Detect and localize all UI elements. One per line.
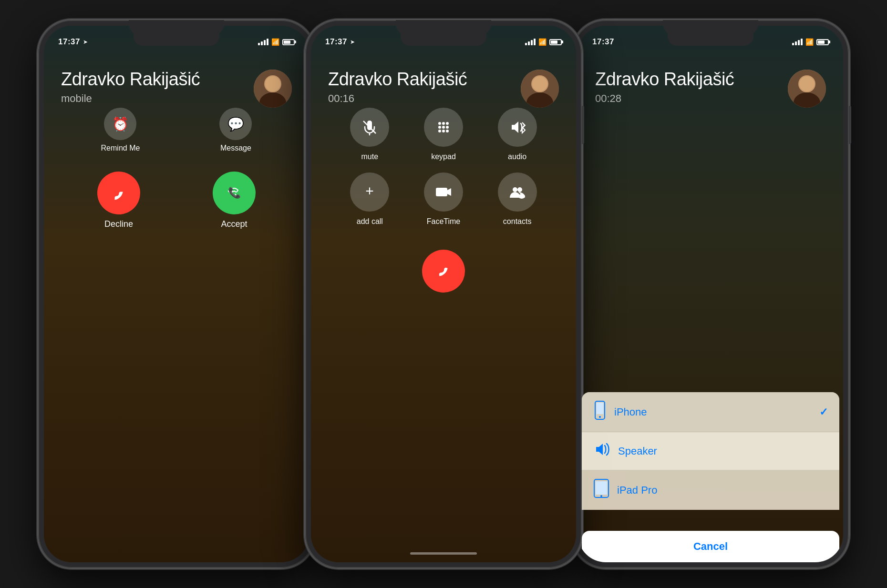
facetime-control[interactable]: FaceTime [413,172,475,226]
phone1-middle: ⏰ Remind Me 💬 Message [61,108,292,229]
battery-icon3 [816,39,829,45]
iphone-audio-option[interactable]: iPhone ✓ [582,392,839,432]
phone1-contact-info: Zdravko Rakijašić mobile [61,70,200,105]
add-call-control[interactable]: + add call [339,172,401,226]
phone1-contact-area: Zdravko Rakijašić mobile [61,70,292,108]
contacts-control[interactable]: contacts [486,172,548,226]
phone1-action-buttons: Decline 📞 Accept [61,172,292,229]
accept-button[interactable]: 📞 Accept [213,172,256,229]
remind-me-button[interactable]: ⏰ Remind Me [101,108,140,152]
phone2-frame: 17:37 ➤ 📶 [305,20,582,568]
iphone-check: ✓ [819,406,828,418]
signal-icon1 [258,39,268,45]
mute-control[interactable]: mute [339,108,401,161]
mute-circle [350,108,389,147]
keypad-label: keypad [431,152,456,161]
phone3-avatar [788,70,826,108]
decline-label: Decline [104,219,133,229]
audio-control[interactable]: audio [486,108,548,161]
svg-rect-32 [596,481,607,495]
location-icon2: ➤ [350,39,355,45]
remind-me-label: Remind Me [101,144,140,152]
phone1-time: 17:37 [58,37,80,47]
phone3-contact-info: Zdravko Rakijašić 00:28 [595,70,734,105]
phone2-contact-area: Zdravko Rakijašić 00:16 [328,70,559,108]
svg-point-22 [517,187,522,192]
decline-circle [97,172,140,214]
phone1-avatar [254,70,292,108]
add-call-label: add call [357,217,383,226]
phone3-status-icons: 📶 [792,38,829,46]
speaker-audio-icon [593,441,610,461]
picker-options-sheet: iPhone ✓ [582,392,839,510]
message-button[interactable]: 💬 Message [219,108,252,152]
end-call-button[interactable] [422,250,465,293]
notch1 [134,31,219,46]
cancel-label: Cancel [693,540,728,553]
ipad-audio-option[interactable]: iPad Pro [582,470,839,510]
signal-icon2 [525,39,536,45]
svg-point-8 [532,76,547,91]
phone3-screen: 17:37 📶 [578,26,843,562]
message-label: Message [220,144,251,152]
phone2-middle: mute [328,108,559,293]
decline-button[interactable]: Decline [97,172,140,229]
svg-text:+: + [366,183,374,199]
phone2-end-call [422,250,465,293]
svg-point-17 [442,130,445,132]
phone3-time: 17:37 [592,37,614,46]
contacts-circle [498,172,537,212]
accept-circle: 📞 [213,172,256,214]
audio-picker-cancel-button[interactable]: Cancel [582,531,839,562]
phone1-contact-status: mobile [61,92,200,105]
svg-point-21 [513,187,517,192]
audio-label: audio [508,152,526,161]
wifi-icon1: 📶 [271,38,279,46]
phone2-avatar [521,70,559,108]
phone2-home-indicator [410,552,477,555]
phone1-status-icons: 📶 [258,38,295,46]
svg-point-14 [442,126,445,129]
svg-point-13 [438,126,441,129]
accept-label: Accept [221,219,247,229]
audio-picker-cancel-section: Cancel [582,531,839,562]
location-icon1: ➤ [83,39,88,45]
svg-point-11 [442,122,445,125]
phone3-contact-area: Zdravko Rakijašić 00:28 [595,70,826,108]
phone2-controls-grid: mute [339,108,548,226]
svg-point-12 [446,122,449,125]
phone3-content: Zdravko Rakijašić 00:28 [578,51,843,117]
svg-point-18 [446,130,449,132]
svg-point-30 [599,416,601,418]
notch2 [401,31,486,46]
speaker-audio-label: Speaker [618,445,657,457]
notch3 [668,31,753,46]
contacts-label: contacts [503,217,532,226]
phone1-screen: 17:37 ➤ 📶 [44,26,309,562]
message-icon: 💬 [219,108,252,140]
remind-icon: ⏰ [104,108,136,140]
speaker-audio-option[interactable]: Speaker [582,432,839,470]
facetime-circle [424,172,463,212]
signal-icon3 [792,39,803,45]
phone2-contact-name: Zdravko Rakijašić [328,70,467,90]
phone1-content: Zdravko Rakijašić mobile [44,51,309,239]
iphone-audio-icon [593,401,607,423]
svg-point-15 [446,126,449,129]
svg-text:📞: 📞 [228,186,241,199]
phone2-time: 17:37 [325,37,347,47]
phone1-frame: 17:37 ➤ 📶 [38,20,315,568]
facetime-label: FaceTime [427,217,461,226]
wifi-icon2: 📶 [538,38,547,46]
audio-picker-panel: iPhone ✓ [578,392,843,562]
phone1-contact-name: Zdravko Rakijašić [61,70,200,90]
svg-rect-20 [436,188,447,196]
keypad-circle [424,108,463,147]
ipad-audio-label: iPad Pro [617,484,657,497]
svg-point-10 [438,122,441,125]
mute-label: mute [361,152,379,161]
phones-container: 17:37 ➤ 📶 [38,20,849,568]
battery-icon1 [282,39,295,45]
phone3-frame: 17:37 📶 [572,20,849,568]
keypad-control[interactable]: keypad [413,108,475,161]
